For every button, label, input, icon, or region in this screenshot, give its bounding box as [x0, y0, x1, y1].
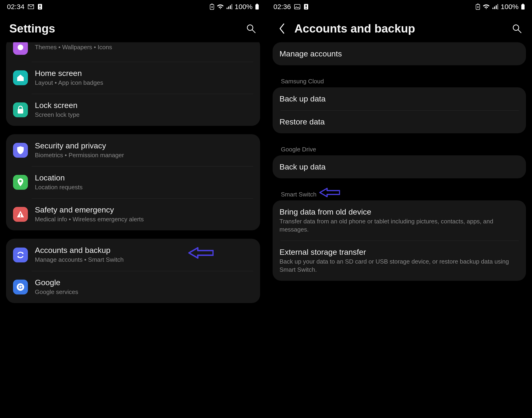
svg-rect-14 — [18, 109, 23, 114]
accounts-backup-screen: 02:36 100% Ac — [266, 0, 532, 418]
signal-icon — [226, 4, 232, 9]
shield-icon — [13, 143, 28, 158]
row-subtitle: Biometrics • Permission manager — [35, 151, 253, 159]
settings-group-security: Security and privacy Biometrics • Permis… — [6, 134, 260, 230]
svg-rect-27 — [494, 7, 495, 9]
svg-rect-7 — [230, 5, 231, 9]
battery-percent: 100% — [501, 3, 519, 11]
row-title: Home screen — [35, 69, 253, 78]
svg-rect-22 — [306, 5, 307, 7]
settings-row-security[interactable]: Security and privacy Biometrics • Permis… — [6, 134, 260, 166]
row-title: Manage accounts — [280, 49, 519, 58]
row-manage-accounts[interactable]: Manage accounts — [273, 42, 526, 65]
battery-icon — [521, 3, 525, 10]
svg-rect-23 — [306, 8, 307, 9]
row-title: Back up data — [280, 94, 519, 103]
section-header-smart-switch: Smart Switch — [273, 187, 526, 200]
wifi-icon — [483, 4, 490, 10]
row-title: External storage transfer — [280, 248, 519, 257]
svg-rect-10 — [256, 4, 258, 4]
wifi-icon — [217, 4, 224, 10]
search-icon — [512, 23, 522, 34]
row-subtitle: Google services — [35, 288, 253, 296]
row-restore-data[interactable]: Restore data — [273, 110, 526, 133]
battery-icon — [255, 3, 259, 10]
back-button[interactable] — [276, 23, 288, 34]
row-backup-data-samsung[interactable]: Back up data — [273, 87, 526, 110]
search-button[interactable] — [511, 23, 523, 34]
row-title: Location — [35, 173, 253, 182]
svg-rect-17 — [20, 216, 21, 217]
row-subtitle: Screen lock type — [35, 111, 253, 119]
svg-rect-5 — [227, 8, 228, 9]
battery-percent: 100% — [235, 3, 253, 11]
alert-icon — [37, 4, 43, 10]
settings-row-accounts-backup[interactable]: Accounts and backup Manage accounts • Sm… — [6, 239, 260, 271]
settings-group-themes: Themes • Wallpapers • Icons Home screen … — [6, 42, 260, 126]
row-bring-data[interactable]: Bring data from old device Transfer data… — [273, 200, 526, 241]
row-subtitle: Location requests — [35, 183, 253, 191]
settings-row-safety[interactable]: Safety and emergency Medical info • Wire… — [6, 198, 260, 230]
settings-row-location[interactable]: Location Location requests — [6, 166, 260, 198]
settings-row-lock-screen[interactable]: Lock screen Screen lock type — [6, 94, 260, 126]
svg-rect-29 — [497, 4, 498, 9]
row-subtitle: Back up your data to an SD card or USB s… — [280, 257, 519, 274]
alert-icon — [303, 4, 309, 10]
settings-row-themes[interactable]: Themes • Wallpapers • Icons — [6, 42, 260, 62]
settings-group-accounts: Accounts and backup Manage accounts • Sm… — [6, 239, 260, 303]
svg-rect-1 — [39, 5, 40, 7]
row-backup-data-google[interactable]: Back up data — [273, 155, 526, 178]
settings-row-google[interactable]: G Google Google services — [6, 271, 260, 303]
page-title: Settings — [9, 22, 238, 35]
row-title: Bring data from old device — [280, 207, 519, 216]
status-bar: 02:34 100% — [0, 0, 266, 12]
header: Accounts and backup — [266, 12, 532, 42]
page-title: Accounts and backup — [294, 22, 504, 35]
header: Settings — [0, 12, 266, 42]
settings-screen: 02:34 100% Settings — [0, 0, 266, 418]
svg-rect-26 — [493, 8, 493, 9]
battery-saver-icon — [475, 3, 480, 10]
themes-icon — [13, 42, 28, 55]
row-title: Accounts and backup — [35, 246, 253, 255]
signal-icon — [492, 4, 498, 9]
svg-point-13 — [18, 45, 23, 50]
manage-accounts-group: Manage accounts — [273, 42, 526, 65]
row-subtitle: Transfer data from an old phone or table… — [280, 217, 519, 234]
settings-row-home-screen[interactable]: Home screen Layout • App icon badges — [6, 62, 260, 94]
status-time: 02:34 — [7, 3, 24, 11]
battery-saver-icon — [210, 3, 214, 10]
samsung-cloud-group: Back up data Restore data — [273, 87, 526, 133]
location-icon — [13, 175, 28, 190]
search-icon — [246, 23, 256, 34]
svg-rect-2 — [39, 8, 40, 9]
row-title: Google — [35, 278, 253, 287]
google-icon: G — [13, 279, 28, 294]
row-external-storage[interactable]: External storage transfer Back up your d… — [273, 241, 526, 281]
status-bar: 02:36 100% — [266, 0, 532, 12]
svg-line-33 — [518, 30, 521, 33]
svg-rect-6 — [228, 7, 229, 9]
row-title: Restore data — [280, 117, 519, 126]
emergency-icon — [13, 207, 28, 222]
row-title: Back up data — [280, 162, 519, 171]
home-icon — [13, 70, 28, 85]
svg-rect-20 — [294, 4, 300, 9]
svg-rect-9 — [255, 4, 259, 10]
svg-rect-30 — [521, 4, 525, 10]
lock-icon — [13, 102, 28, 117]
row-title: Safety and emergency — [35, 205, 253, 214]
sync-icon — [13, 248, 28, 262]
image-icon — [294, 4, 300, 9]
svg-point-15 — [19, 180, 22, 182]
section-header-label: Smart Switch — [281, 191, 316, 198]
search-button[interactable] — [245, 23, 257, 34]
svg-rect-28 — [496, 5, 497, 9]
svg-rect-8 — [231, 4, 232, 9]
chevron-left-icon — [278, 23, 285, 34]
row-subtitle: Manage accounts • Smart Switch — [35, 256, 253, 264]
section-header-samsung-cloud: Samsung Cloud — [273, 74, 526, 87]
svg-rect-25 — [477, 4, 479, 4]
google-drive-group: Back up data — [273, 155, 526, 178]
annotation-arrow-icon — [319, 188, 340, 197]
